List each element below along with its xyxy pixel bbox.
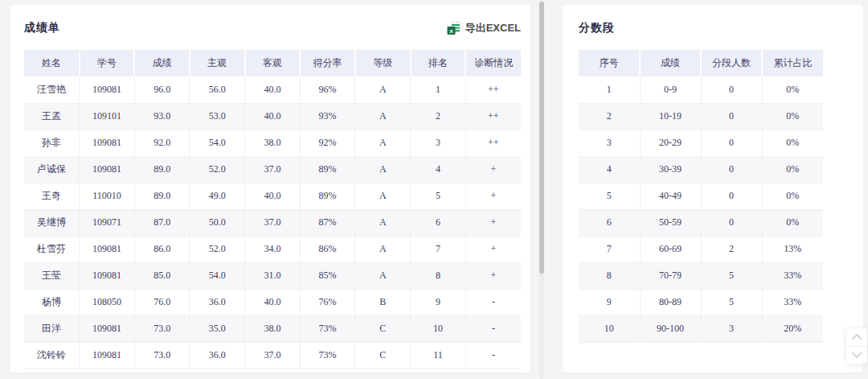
table-cell: 孙非: [24, 130, 80, 156]
table-row: 540-4900%: [579, 183, 823, 209]
table-cell: 76%: [300, 289, 355, 315]
table-cell: 汪雪艳: [24, 76, 80, 103]
table-cell: 40.0: [245, 76, 301, 103]
excel-file-icon: x: [447, 22, 461, 35]
table-cell: 96.0: [134, 76, 190, 103]
table-cell: 60-69: [640, 236, 701, 262]
table-cell: 卢诚保: [24, 156, 80, 183]
table-cell: A: [355, 76, 411, 103]
table-cell: C: [355, 315, 411, 342]
table-cell: 86%: [300, 236, 355, 262]
chevron-down-icon: [852, 352, 862, 358]
table-cell: 11: [411, 342, 466, 369]
grade-panel-title: 成绩单: [24, 21, 60, 35]
table-cell: 杨博: [24, 289, 80, 315]
table-cell: A: [355, 262, 411, 289]
column-header: 客观: [245, 50, 301, 76]
table-cell: 89.0: [134, 156, 190, 183]
table-header-row: 序号成绩分段人数累计占比: [579, 50, 823, 76]
vertical-scrollbar-track[interactable]: [539, 0, 544, 379]
table-cell: 4: [411, 156, 466, 183]
table-cell: 0%: [762, 183, 823, 209]
table-cell: 54.0: [190, 262, 245, 289]
table-cell: 杜雪芬: [24, 236, 80, 262]
table-row: 田洋10908173.035.038.073%C10-: [24, 315, 521, 342]
table-cell: 吴继博: [24, 209, 80, 236]
table-row: 210-1900%: [579, 103, 823, 130]
table-cell: 40-49: [640, 183, 701, 209]
table-cell: 36.0: [190, 342, 245, 369]
table-cell: 37.0: [245, 209, 301, 236]
table-row: 孙非10908192.054.038.092%A3++: [24, 130, 521, 156]
scroll-up-button[interactable]: [846, 328, 867, 347]
table-cell: 34.0: [245, 236, 301, 262]
table-cell: 36.0: [190, 289, 245, 315]
table-cell: 109081: [80, 342, 135, 369]
table-cell: 109081: [80, 130, 135, 156]
table-cell: 10: [411, 315, 466, 342]
table-cell: 92.0: [134, 130, 190, 156]
table-cell: 7: [411, 236, 466, 262]
segment-table: 序号成绩分段人数累计占比10-900%210-1900%320-2900%430…: [579, 50, 823, 343]
table-cell: 31.0: [245, 262, 301, 289]
table-cell: 109081: [80, 236, 135, 262]
vertical-scrollbar-thumb[interactable]: [539, 2, 544, 274]
score-segment-panel: 分数段 序号成绩分段人数累计占比10-900%210-1900%320-2900…: [563, 5, 863, 373]
table-row: 760-69213%: [579, 236, 823, 262]
scroll-down-button[interactable]: [846, 347, 867, 365]
table-cell: A: [355, 183, 411, 209]
table-cell: 0: [701, 130, 762, 156]
table-header-row: 姓名学号成绩主观客观得分率等级排名诊断情况: [24, 50, 521, 76]
table-cell: 109081: [80, 156, 135, 183]
table-cell: 0%: [762, 156, 823, 183]
table-cell: 9: [411, 289, 466, 315]
table-cell: 20%: [762, 315, 823, 342]
column-header: 累计占比: [762, 50, 823, 76]
export-excel-button[interactable]: x 导出EXCEL: [447, 21, 521, 35]
table-cell: 0: [701, 183, 762, 209]
table-cell: 5: [701, 262, 762, 289]
table-row: 沈铃铃10908173.036.037.073%C11-: [24, 342, 521, 369]
table-cell: 王奇: [24, 183, 80, 209]
table-cell: 37.0: [245, 342, 301, 369]
column-header: 等级: [355, 50, 411, 76]
table-cell: 9: [579, 289, 640, 315]
table-cell: 3: [579, 130, 640, 156]
grade-list-panel: 成绩单 x 导出EXCEL 姓名学号成绩主观客观得分率等级排名诊断情况汪雪艳10…: [10, 5, 530, 373]
chevron-up-icon: [852, 334, 862, 340]
table-cell: A: [355, 209, 411, 236]
table-cell: 49.0: [190, 183, 245, 209]
table-cell: 52.0: [190, 156, 245, 183]
table-cell: 2: [701, 236, 762, 262]
table-cell: 87%: [300, 209, 355, 236]
table-cell: A: [355, 103, 411, 130]
table-cell: A: [355, 236, 411, 262]
table-cell: 5: [579, 183, 640, 209]
table-cell: 108050: [80, 289, 135, 315]
table-cell: -: [465, 342, 521, 369]
table-cell: 6: [411, 209, 466, 236]
table-cell: C: [355, 342, 411, 369]
table-cell: ++: [465, 76, 521, 103]
table-cell: 0: [701, 209, 762, 236]
table-cell: 33%: [762, 262, 823, 289]
svg-text:x: x: [449, 27, 453, 34]
table-cell: -: [465, 289, 521, 315]
table-cell: +: [465, 183, 521, 209]
table-cell: 50.0: [190, 209, 245, 236]
table-cell: 王孟: [24, 103, 80, 130]
column-header: 主观: [190, 50, 245, 76]
table-cell: 85.0: [134, 262, 190, 289]
export-excel-label: 导出EXCEL: [465, 21, 521, 35]
table-row: 汪雪艳10908196.056.040.096%A1++: [24, 76, 521, 103]
table-cell: 1: [579, 76, 640, 103]
table-row: 卢诚保10908189.052.037.089%A4+: [24, 156, 521, 183]
table-cell: 93.0: [134, 103, 190, 130]
table-cell: 110010: [80, 183, 135, 209]
table-row: 王奇11001089.049.040.089%A5+: [24, 183, 521, 209]
column-header: 成绩: [134, 50, 190, 76]
table-cell: 109101: [80, 103, 135, 130]
table-row: 吴继博10907187.050.037.087%A6+: [24, 209, 521, 236]
table-cell: 20-29: [640, 130, 701, 156]
table-cell: 76.0: [134, 289, 190, 315]
